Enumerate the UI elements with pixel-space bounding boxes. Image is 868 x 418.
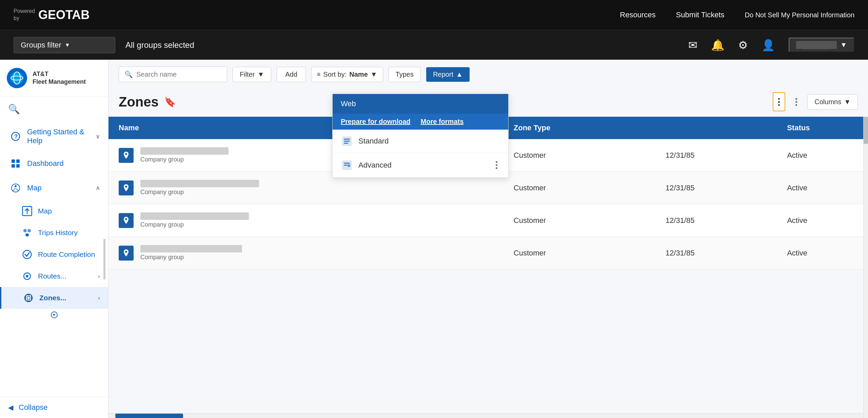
filter-button[interactable]: Filter ▼ bbox=[233, 67, 271, 82]
sidebar-subitem-trips-history[interactable]: Trips History bbox=[0, 222, 108, 244]
dot-gray1 bbox=[795, 98, 797, 100]
columns-chevron-icon: ▼ bbox=[844, 98, 851, 106]
sidebar-collapse-button[interactable]: ◀ Collapse bbox=[0, 397, 108, 418]
columns-label: Columns bbox=[814, 98, 841, 106]
zone-status-cell-3: Active bbox=[777, 204, 868, 237]
routes-chevron-icon: › bbox=[98, 273, 100, 280]
zone-group-1: Company group bbox=[140, 156, 229, 163]
add-button[interactable]: Add bbox=[277, 67, 306, 82]
zone-name-blurred-1 bbox=[140, 147, 229, 155]
sidebar-subitem-route-completion[interactable]: Route Completion bbox=[0, 244, 108, 265]
sidebar-item-dashboard[interactable]: Dashboard bbox=[0, 151, 108, 176]
chevron-up-icon: ∧ bbox=[96, 184, 100, 192]
svg-rect-35 bbox=[348, 164, 350, 167]
chevron-right-icon: ∨ bbox=[96, 133, 100, 140]
routes-icon bbox=[22, 271, 33, 282]
advanced-label: Advanced bbox=[358, 161, 392, 170]
zone-type-cell-4: Customer bbox=[504, 237, 655, 269]
zone-location-icon-3 bbox=[119, 213, 134, 228]
sidebar-scrollbar[interactable] bbox=[103, 239, 105, 280]
dropdown-item-standard[interactable]: Standard bbox=[333, 130, 508, 153]
svg-point-16 bbox=[27, 229, 31, 232]
prepare-for-download-link[interactable]: Prepare for download bbox=[341, 118, 411, 126]
bookmark-icon: 🔖 bbox=[164, 96, 176, 108]
horizontal-scrollbar-thumb bbox=[115, 414, 183, 418]
sort-button[interactable]: ≡ Sort by: Name ▼ bbox=[311, 67, 383, 82]
table-row: Company group Customer 12/31/85 Active bbox=[108, 204, 868, 237]
svg-text:?: ? bbox=[14, 133, 18, 140]
zone-name-blurred-3 bbox=[140, 212, 249, 220]
resources-link[interactable]: Resources bbox=[620, 11, 655, 19]
groupsbar: Groups filter ▼ All groups selected ✉ 🔔 … bbox=[0, 30, 868, 60]
submit-tickets-link[interactable]: Submit Tickets bbox=[676, 11, 724, 19]
more-options-regular-button[interactable] bbox=[791, 95, 802, 109]
zone-name-cell-3: Company group bbox=[108, 204, 504, 237]
svg-point-25 bbox=[125, 186, 127, 188]
scroll-down-btn[interactable]: ▼ bbox=[51, 311, 58, 318]
svg-point-18 bbox=[26, 232, 28, 234]
search-box[interactable]: 🔍 bbox=[119, 66, 227, 82]
sidebar-subitem-zones[interactable]: Zones... › bbox=[0, 287, 108, 309]
svg-point-12 bbox=[15, 185, 17, 187]
sidebar-search-icon[interactable]: 🔍 bbox=[8, 104, 20, 114]
zone-location-icon-2 bbox=[119, 180, 134, 195]
zone-group-3: Company group bbox=[140, 221, 249, 228]
do-not-sell-link[interactable]: Do Not Sell My Personal Information bbox=[745, 11, 854, 19]
zone-name-wrapper-4: Company group bbox=[119, 245, 493, 261]
svg-point-11 bbox=[12, 184, 20, 192]
settings-icon[interactable]: ⚙ bbox=[738, 39, 748, 52]
svg-point-15 bbox=[23, 229, 27, 232]
sidebar-item-getting-started[interactable]: ? Getting Started & Help ∨ bbox=[0, 121, 108, 151]
standard-report-icon bbox=[341, 135, 353, 147]
dropdown-dot1 bbox=[496, 161, 497, 163]
user-icon[interactable]: 👤 bbox=[762, 39, 775, 52]
report-chevron-icon: ▲ bbox=[456, 71, 463, 78]
dropdown-item-advanced[interactable]: Advanced bbox=[333, 153, 508, 177]
zone-type-cell-2: Customer bbox=[504, 172, 655, 204]
svg-rect-7 bbox=[12, 159, 15, 163]
more-options-highlighted-button[interactable] bbox=[773, 92, 785, 111]
user-name-text: ██████ bbox=[796, 41, 837, 49]
topbar-nav: Resources Submit Tickets Do Not Sell My … bbox=[620, 11, 854, 19]
dot3 bbox=[778, 104, 780, 106]
svg-point-24 bbox=[125, 153, 127, 155]
mail-icon[interactable]: ✉ bbox=[688, 39, 697, 52]
page-title-text: Zones bbox=[119, 94, 159, 110]
sidebar-dashboard-label: Dashboard bbox=[27, 159, 100, 168]
columns-button[interactable]: Columns ▼ bbox=[807, 94, 858, 110]
types-button[interactable]: Types bbox=[389, 67, 421, 82]
brand-logo: Powered by GEOTAB bbox=[14, 7, 113, 22]
sort-lines-icon: ≡ bbox=[317, 71, 321, 78]
svg-point-27 bbox=[125, 251, 127, 253]
sidebar-subitem-zones-label: Zones... bbox=[39, 294, 66, 302]
dropdown-dot2 bbox=[496, 164, 497, 166]
more-options-highlighted bbox=[773, 92, 785, 111]
sidebar-item-map-parent[interactable]: Map ∧ bbox=[0, 176, 108, 200]
sidebar-subitem-routes[interactable]: Routes... › bbox=[0, 265, 108, 287]
sidebar-subitem-map[interactable]: Map bbox=[0, 200, 108, 222]
dropdown-more-options[interactable] bbox=[493, 158, 500, 172]
dropdown-sub-header: Prepare for download More formats bbox=[333, 114, 508, 130]
advanced-report-icon bbox=[341, 159, 353, 171]
vertical-scrollbar[interactable] bbox=[863, 117, 868, 418]
content-toolbar: 🔍 Filter ▼ Add ≡ Sort by: Name ▼ Types R… bbox=[108, 60, 868, 89]
user-menu-button[interactable]: ██████ ▼ bbox=[789, 38, 854, 52]
zone-type-cell-1: Customer bbox=[504, 139, 655, 172]
topbar-action-icons: ✉ 🔔 ⚙ 👤 ██████ ▼ bbox=[688, 38, 854, 52]
dot-gray3 bbox=[795, 104, 797, 106]
report-dropdown: Web Prepare for download More formats St… bbox=[332, 94, 509, 178]
zone-location-icon-1 bbox=[119, 148, 134, 163]
report-button[interactable]: Report ▲ bbox=[426, 67, 470, 82]
chevron-down-icon: ▼ bbox=[65, 42, 70, 48]
search-input[interactable] bbox=[136, 71, 221, 78]
filter-chevron-icon: ▼ bbox=[257, 71, 264, 78]
map-parent-icon bbox=[9, 182, 22, 194]
geotab-logo-icon: GEOTAB bbox=[38, 7, 113, 22]
more-formats-link[interactable]: More formats bbox=[421, 118, 464, 126]
groups-filter-button[interactable]: Groups filter ▼ bbox=[14, 37, 115, 53]
horizontal-scrollbar[interactable] bbox=[108, 413, 863, 418]
question-icon: ? bbox=[9, 130, 22, 142]
zone-group-4: Company group bbox=[140, 254, 242, 261]
svg-rect-8 bbox=[16, 159, 20, 163]
bell-icon[interactable]: 🔔 bbox=[711, 39, 725, 52]
